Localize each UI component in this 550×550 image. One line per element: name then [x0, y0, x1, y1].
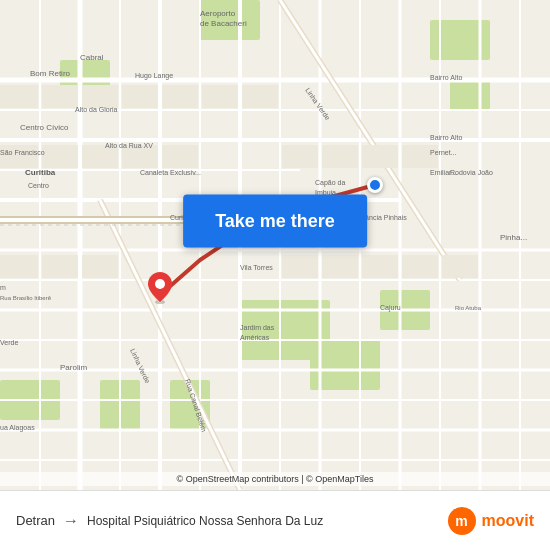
svg-rect-59	[362, 145, 398, 168]
svg-rect-51	[242, 85, 278, 108]
svg-text:de Bacacheri: de Bacacheri	[200, 19, 247, 28]
route-arrow-icon: →	[63, 512, 79, 530]
svg-rect-68	[442, 255, 478, 278]
svg-rect-47	[82, 85, 118, 108]
svg-rect-48	[122, 85, 158, 108]
svg-text:Alto da Gloria: Alto da Gloria	[75, 106, 118, 113]
take-me-there-button[interactable]: Take me there	[183, 194, 367, 247]
svg-text:Vila Torres: Vila Torres	[240, 264, 273, 271]
svg-rect-61	[0, 255, 38, 278]
svg-text:Jardim das: Jardim das	[240, 324, 275, 331]
svg-text:Bairro Alto: Bairro Alto	[430, 74, 462, 81]
svg-text:Alto da Rua XV: Alto da Rua XV	[105, 142, 153, 149]
svg-rect-53	[42, 145, 78, 168]
svg-text:Pernet...: Pernet...	[430, 149, 457, 156]
origin-label: Detran	[16, 513, 55, 528]
svg-rect-50	[202, 85, 238, 108]
svg-rect-64	[282, 255, 318, 278]
svg-rect-63	[82, 255, 118, 278]
svg-rect-49	[162, 85, 198, 108]
map-container: Bom Retiro Centro Cívico Curitiba Centro…	[0, 0, 550, 490]
svg-rect-56	[162, 145, 198, 168]
svg-rect-57	[282, 145, 318, 168]
svg-text:Cabral: Cabral	[80, 53, 104, 62]
svg-text:m: m	[0, 284, 6, 291]
destination-pin	[148, 272, 172, 308]
svg-rect-65	[322, 255, 358, 278]
svg-text:Verde: Verde	[0, 339, 18, 346]
route-info: Detran → Hospital Psiquiátrico Nossa Sen…	[16, 512, 323, 530]
svg-text:Bom Retiro: Bom Retiro	[30, 69, 71, 78]
svg-rect-67	[402, 255, 438, 278]
moovit-logo: m moovit	[448, 507, 534, 535]
svg-text:Cajuru: Cajuru	[380, 304, 401, 312]
svg-text:Rodovia João: Rodovia João	[450, 169, 493, 176]
svg-text:Bairro Alto: Bairro Alto	[430, 134, 462, 141]
svg-text:São Francisco: São Francisco	[0, 149, 45, 156]
svg-rect-62	[42, 255, 78, 278]
svg-text:Rio Atuba: Rio Atuba	[455, 305, 482, 311]
svg-rect-46	[42, 85, 78, 108]
moovit-icon: m	[448, 507, 476, 535]
svg-text:Américas: Américas	[240, 334, 270, 341]
svg-text:Centro Cívico: Centro Cívico	[20, 123, 69, 132]
svg-text:Rua Brasílio Itiberê: Rua Brasílio Itiberê	[0, 295, 52, 301]
svg-rect-66	[362, 255, 398, 278]
svg-text:Canaleta Exclusiv...: Canaleta Exclusiv...	[140, 169, 201, 176]
svg-text:Aeroporto: Aeroporto	[200, 9, 236, 18]
svg-rect-45	[0, 85, 38, 108]
origin-dot	[367, 177, 383, 193]
svg-text:Parolim: Parolim	[60, 363, 87, 372]
svg-rect-58	[322, 145, 358, 168]
svg-point-105	[155, 279, 165, 289]
svg-text:Curitiba: Curitiba	[25, 168, 56, 177]
footer: Detran → Hospital Psiquiátrico Nossa Sen…	[0, 490, 550, 550]
svg-text:Capão da: Capão da	[315, 179, 345, 187]
destination-label: Hospital Psiquiátrico Nossa Senhora Da L…	[87, 514, 323, 528]
svg-text:Pinha...: Pinha...	[500, 233, 527, 242]
map-attribution: © OpenStreetMap contributors | © OpenMap…	[0, 472, 550, 486]
svg-text:Hugo Lange: Hugo Lange	[135, 72, 173, 80]
svg-text:ua Alagoas: ua Alagoas	[0, 424, 35, 432]
svg-text:Centro: Centro	[28, 182, 49, 189]
moovit-text: moovit	[482, 512, 534, 530]
svg-rect-6	[450, 80, 490, 110]
